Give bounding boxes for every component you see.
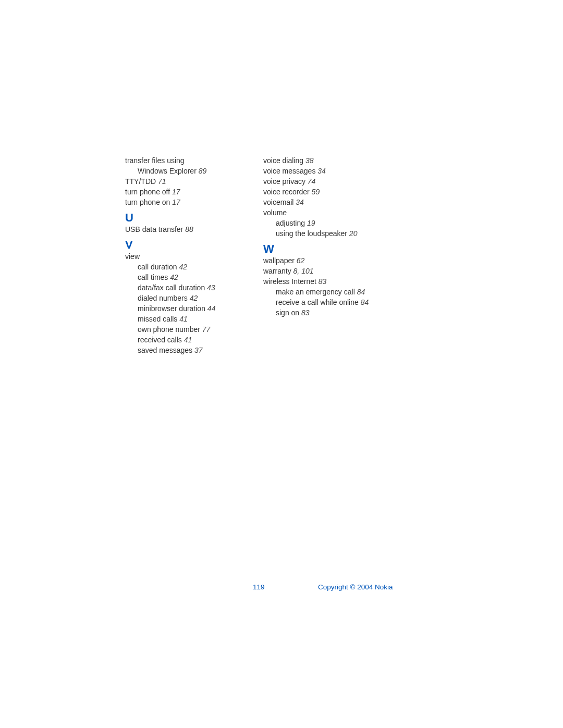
index-entry-text: call times	[138, 273, 168, 281]
index-entry-text: Windows Explorer	[138, 167, 197, 175]
index-entry-page: 41	[184, 336, 192, 344]
index-entry-text: voice recorder	[263, 188, 310, 196]
index-entry: own phone number 77	[125, 324, 253, 335]
index-entry: voice privacy 74	[263, 176, 399, 187]
index-entry-page: 41	[179, 315, 188, 323]
index-entry-page: 59	[312, 188, 320, 196]
index-entry: adjusting 19	[263, 218, 399, 228]
index-entry-text: call duration	[138, 263, 177, 271]
section-letter-w: W	[263, 244, 399, 254]
index-entry-text: USB data transfer	[125, 225, 183, 233]
index-entry-page: 77	[202, 325, 211, 334]
index-entry-text: missed calls	[138, 315, 177, 323]
index-entry-page: 89	[199, 167, 207, 175]
index-entry-text: sign on	[276, 309, 299, 317]
entries-group-v: viewcall duration 42call times 42data/fa…	[125, 251, 253, 355]
index-entry: view	[125, 251, 253, 262]
section-letter-u: U	[125, 213, 253, 223]
index-entry-text: turn phone off	[125, 188, 170, 196]
index-entry-page: 37	[194, 346, 203, 354]
index-entry: sign on 83	[263, 307, 399, 318]
index-entry-text: turn phone on	[125, 198, 170, 206]
index-entry-page: 34	[317, 167, 326, 175]
index-entry: TTY/TDD 71	[125, 176, 253, 187]
index-entry-text: receive a call while online	[276, 298, 359, 306]
index-entry-page: 20	[349, 229, 358, 238]
index-entry-page: 34	[296, 198, 304, 206]
index-entry: voice dialing 38	[263, 155, 399, 166]
index-entry-page: 43	[207, 283, 215, 292]
index-entry-page: 71	[158, 177, 166, 186]
index-entry: make an emergency call 84	[263, 287, 399, 297]
index-entry: call times 42	[125, 272, 253, 282]
index-entry: warranty 8, 101	[263, 266, 399, 276]
index-entry-page: 83	[319, 277, 327, 286]
left-column: transfer files usingWindows Explorer 89T…	[125, 155, 253, 355]
index-entry-page: 74	[308, 177, 316, 186]
index-entry-text: data/fax call duration	[138, 283, 205, 292]
index-entry: receive a call while online 84	[263, 297, 399, 307]
index-entry: voicemail 34	[263, 197, 399, 207]
index-entry: saved messages 37	[125, 345, 253, 355]
index-entry-text: view	[125, 252, 140, 261]
index-entry-text: make an emergency call	[276, 288, 355, 296]
right-column: voice dialing 38voice messages 34voice p…	[263, 155, 399, 355]
index-entry: dialed numbers 42	[125, 293, 253, 303]
index-entry-page: 84	[361, 298, 369, 306]
index-entry-page: 84	[357, 288, 365, 296]
index-entry-page: 83	[301, 309, 310, 317]
index-entry: voice messages 34	[263, 166, 399, 176]
index-entry-page: 44	[207, 304, 216, 313]
section-letter-v: V	[125, 240, 253, 250]
index-entry: using the loudspeaker 20	[263, 228, 399, 239]
index-entry: call duration 42	[125, 262, 253, 272]
index-entry-page: 19	[307, 219, 315, 227]
index-entry-text: transfer files using	[125, 156, 185, 165]
index-entry: data/fax call duration 43	[125, 282, 253, 293]
index-entry-text: adjusting	[276, 219, 305, 227]
index-entry: turn phone on 17	[125, 197, 253, 207]
entries-group-t: transfer files usingWindows Explorer 89T…	[125, 155, 253, 207]
index-entry: USB data transfer 88	[125, 224, 253, 235]
index-entry-page: 88	[185, 225, 193, 233]
index-entry-text: TTY/TDD	[125, 177, 156, 186]
index-entry: received calls 41	[125, 335, 253, 345]
index-entry: volume	[263, 207, 399, 218]
index-entry-text: saved messages	[138, 346, 192, 354]
index-entry-text: voice dialing	[263, 156, 303, 165]
entries-group-voice: voice dialing 38voice messages 34voice p…	[263, 155, 399, 239]
index-entry: voice recorder 59	[263, 187, 399, 197]
index-entry-text: voice privacy	[263, 177, 305, 186]
index-entry: Windows Explorer 89	[125, 166, 253, 176]
index-entry-page: 17	[172, 188, 180, 196]
index-content: transfer files usingWindows Explorer 89T…	[125, 155, 412, 355]
index-entry: wireless Internet 83	[263, 276, 399, 287]
index-entry: minibrowser duration 44	[125, 303, 253, 314]
index-entry-text: wallpaper	[263, 256, 295, 265]
index-entry-text: own phone number	[138, 325, 200, 334]
index-entry-text: voice messages	[263, 167, 315, 175]
index-entry-page: 8, 101	[293, 267, 314, 275]
entries-group-u: USB data transfer 88	[125, 224, 253, 235]
index-entry-page: 42	[179, 263, 187, 271]
index-entry-text: received calls	[138, 336, 182, 344]
copyright-text: Copyright © 2004 Nokia	[318, 583, 393, 591]
index-entry: transfer files using	[125, 155, 253, 166]
index-entry-text: warranty	[263, 267, 291, 275]
index-entry-page: 17	[172, 198, 180, 206]
index-entry: missed calls 41	[125, 314, 253, 324]
index-entry-text: dialed numbers	[138, 294, 188, 302]
index-entry-text: voicemail	[263, 198, 293, 206]
index-entry-page: 42	[190, 294, 198, 302]
entries-group-w: wallpaper 62warranty 8, 101wireless Inte…	[263, 255, 399, 318]
index-entry-text: using the loudspeaker	[276, 229, 347, 238]
index-entry-page: 42	[170, 273, 178, 281]
index-entry-page: 62	[297, 256, 305, 265]
page-number: 119	[253, 583, 265, 591]
index-entry-text: volume	[263, 208, 287, 217]
index-entry: turn phone off 17	[125, 187, 253, 197]
index-entry-page: 38	[305, 156, 314, 165]
index-entry-text: minibrowser duration	[138, 304, 205, 313]
index-entry: wallpaper 62	[263, 255, 399, 266]
index-entry-text: wireless Internet	[263, 277, 316, 286]
